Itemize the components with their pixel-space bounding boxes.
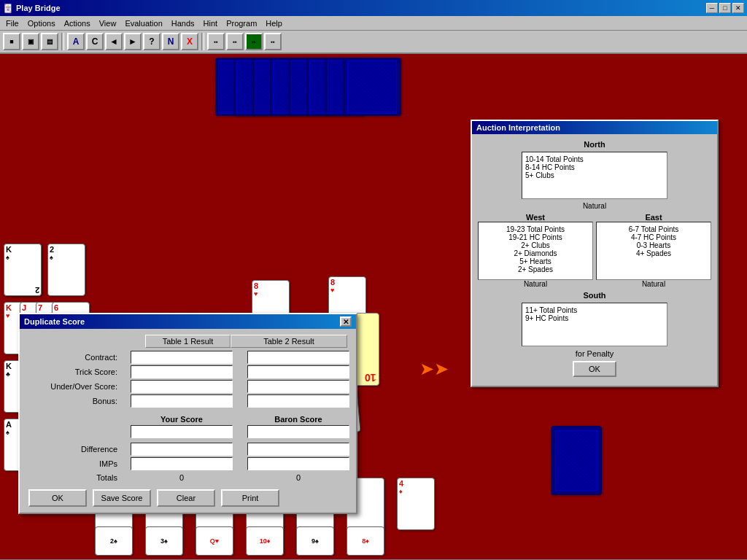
b2-3[interactable]: Q♥ (196, 526, 233, 556)
imps-your-input[interactable] (131, 457, 233, 470)
difference-your-input[interactable] (131, 443, 233, 456)
duplicate-score-dialog: Duplicate Score ✕ Table 1 Result Table 2… (18, 313, 357, 514)
dup-score-titlebar: Duplicate Score ✕ (20, 314, 356, 329)
baron-score-input[interactable] (247, 425, 349, 438)
bonus1-input[interactable] (131, 394, 233, 408)
difference-label: Difference (28, 445, 123, 454)
your-score-input[interactable] (131, 425, 233, 438)
toolbar-btn-2[interactable]: ▣ (22, 33, 39, 50)
contract2-input[interactable] (247, 351, 349, 364)
east-box: 6-7 Total Points 4-7 HC Points 0-3 Heart… (596, 222, 711, 280)
auction-panel: Auction Interpretation North 10-14 Total… (471, 120, 719, 387)
menu-file[interactable]: File (1, 18, 23, 29)
imps-baron-input[interactable] (247, 457, 349, 470)
east-label: East (596, 213, 711, 222)
toolbar-sep-1 (61, 33, 64, 50)
toolbar-btn-n[interactable]: N (162, 33, 179, 50)
menu-hands[interactable]: Hands (167, 18, 199, 29)
toolbar-btn-x[interactable]: X (181, 33, 198, 50)
for-penalty: for Penalty (478, 349, 711, 358)
menu-help[interactable]: Help (261, 18, 287, 29)
clear-button[interactable]: Clear (157, 489, 215, 507)
toolbar-btn-5[interactable]: ▪▪ (207, 33, 225, 50)
b2-2[interactable]: 3♠ (145, 526, 183, 556)
trick-score-label: Trick Score: (28, 368, 123, 376)
south-box: 11+ Total Points 9+ HC Points (522, 303, 667, 346)
table2-header: Table 2 Result (231, 335, 347, 348)
minimize-button[interactable]: ─ (706, 3, 718, 13)
north-box: 10-14 Total Points 8-14 HC Points 5+ Clu… (522, 152, 667, 199)
titlebar-title: Play Bridge (16, 4, 61, 12)
bonus-label: Bonus: (28, 397, 123, 405)
north-card-8 (343, 58, 401, 116)
west-k2s[interactable]: K ♠ 2 (4, 244, 42, 296)
b2-4[interactable]: 10♦ (246, 526, 284, 556)
menu-actions[interactable]: Actions (60, 18, 95, 29)
app-icon: 🃏 (3, 4, 13, 13)
game-area: K2♠ K ♠ 2 2 ♠ K ♥ J ♥ (0, 54, 747, 559)
toolbar: ■ ▣ ▤ A C ◄ ► ? N X ▪▪ ▪▪ ▪▪ ▪▪ (0, 31, 747, 54)
menu-options[interactable]: Options (23, 18, 60, 29)
menu-view[interactable]: View (95, 18, 121, 29)
b2-6[interactable]: 8♦ (347, 526, 384, 556)
dup-score-title: Duplicate Score (24, 317, 85, 326)
north-natural: Natural (478, 202, 711, 210)
menu-program[interactable]: Program (222, 18, 261, 29)
toolbar-btn-a[interactable]: A (67, 33, 85, 50)
west-natural: Natural (478, 280, 593, 288)
trick1-input[interactable] (131, 365, 233, 378)
save-score-button[interactable]: Save Score (93, 489, 151, 507)
bonus2-input[interactable] (247, 394, 349, 408)
b2-1[interactable]: 2♠ (95, 526, 133, 556)
contract1-input[interactable] (131, 351, 233, 364)
toolbar-btn-7[interactable]: ▪▪ (245, 33, 263, 50)
table1-header: Table 1 Result (145, 335, 231, 348)
dup-close-button[interactable]: ✕ (340, 316, 352, 327)
contract-label: Contract: (28, 353, 123, 362)
toolbar-btn-c[interactable]: C (86, 33, 104, 50)
titlebar-left: 🃏 Play Bridge (3, 4, 61, 13)
underover-label: Under/Over Score: (28, 382, 123, 391)
totals-your: 0 (131, 473, 233, 482)
toolbar-btn-q[interactable]: ? (143, 33, 160, 50)
underover1-input[interactable] (131, 380, 233, 393)
close-button[interactable]: ✕ (732, 3, 744, 13)
trick2-input[interactable] (247, 365, 349, 378)
arrow-right: ➤➤ (419, 359, 449, 379)
auction-title: Auction Interpretation (472, 121, 717, 134)
toolbar-btn-3[interactable]: ▤ (41, 33, 58, 50)
west-box: 19-23 Total Points 19-21 HC Points 2+ Cl… (478, 222, 593, 280)
auction-ok-button[interactable]: OK (573, 361, 616, 377)
bottom-4d[interactable]: 4 ♦ (397, 478, 435, 530)
toolbar-btn-8[interactable]: ▪▪ (264, 33, 282, 50)
toolbar-btn-1[interactable]: ■ (3, 33, 20, 50)
north-label: North (478, 140, 711, 149)
toolbar-sep-2 (201, 33, 204, 50)
your-score-header: Your Score (123, 415, 240, 424)
south-label: South (478, 291, 711, 300)
west-2s[interactable]: 2 ♠ (47, 244, 85, 296)
toolbar-btn-next[interactable]: ► (124, 33, 142, 50)
imps-label: IMPs (28, 459, 123, 468)
dup-ok-button[interactable]: OK (28, 489, 87, 507)
south-card (551, 426, 602, 495)
menu-hint[interactable]: Hint (199, 18, 222, 29)
toolbar-btn-prev[interactable]: ◄ (105, 33, 123, 50)
menubar: File Options Actions View Evaluation Han… (0, 16, 747, 31)
totals-baron: 0 (247, 473, 349, 482)
baron-score-header: Baron Score (240, 415, 357, 424)
titlebar: 🃏 Play Bridge ─ □ ✕ (0, 0, 747, 16)
maximize-button[interactable]: □ (719, 3, 731, 13)
b2-5[interactable]: 9♠ (296, 526, 334, 556)
titlebar-controls: ─ □ ✕ (706, 3, 744, 13)
west-label: West (478, 213, 593, 222)
east-natural: Natural (596, 280, 711, 288)
difference-baron-input[interactable] (247, 443, 349, 456)
toolbar-btn-6[interactable]: ▪▪ (226, 33, 244, 50)
print-button[interactable]: Print (221, 489, 279, 507)
totals-label: Totals (28, 473, 123, 482)
menu-evaluation[interactable]: Evaluation (120, 18, 166, 29)
underover2-input[interactable] (247, 380, 349, 393)
